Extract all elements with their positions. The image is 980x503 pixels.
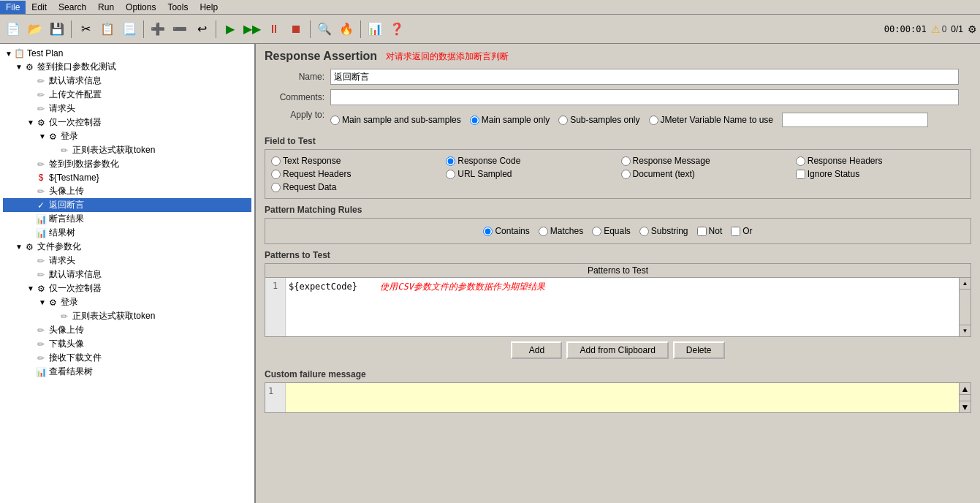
tree-node-avatar-upload2[interactable]: ✏ 头像上传: [3, 323, 251, 337]
save-button[interactable]: 💾: [47, 19, 67, 39]
radio-main-sub[interactable]: Main sample and sub-samples: [330, 115, 461, 125]
failure-scrollbar-up[interactable]: ▲: [960, 383, 970, 395]
open-button[interactable]: 📂: [25, 19, 45, 39]
field-document-input[interactable]: [621, 170, 631, 179]
menu-help[interactable]: Help: [194, 1, 224, 14]
comments-input[interactable]: [330, 89, 959, 105]
toggle-request-header[interactable]: [26, 105, 35, 113]
toggle-file-param[interactable]: ▼: [15, 243, 23, 251]
field-document[interactable]: Document (text): [621, 169, 790, 179]
tree-node-regex-token[interactable]: ✏ 正则表达式获取token: [3, 143, 251, 157]
run-button[interactable]: ▶: [220, 19, 240, 39]
toggle-result-tree[interactable]: [26, 229, 35, 237]
report-button[interactable]: 📊: [365, 19, 385, 39]
tree-node-test-plan[interactable]: ▼ 📋 Test Plan: [3, 47, 251, 60]
toggle-test-name[interactable]: [26, 174, 35, 182]
field-response-message[interactable]: Response Message: [621, 156, 790, 166]
tree-node-sign-api[interactable]: ▼ ⚙ 签到接口参数化测试: [3, 60, 251, 74]
field-text-response-input[interactable]: [271, 156, 281, 166]
toggle-return-assertion[interactable]: [26, 201, 35, 209]
search-btn[interactable]: 🔍: [314, 19, 335, 39]
delete-pattern-button[interactable]: Delete: [673, 341, 725, 359]
toggle-view-result[interactable]: [26, 368, 35, 376]
field-response-message-input[interactable]: [621, 156, 631, 166]
tree-node-login[interactable]: ▼ ⚙ 登录: [3, 129, 251, 143]
toggle-test-plan[interactable]: ▼: [4, 50, 13, 58]
add-button[interactable]: ➕: [148, 19, 168, 39]
radio-sub-only[interactable]: Sub-samples only: [558, 115, 639, 125]
menu-tools[interactable]: Tools: [162, 1, 194, 14]
toggle-avatar-upload2[interactable]: [26, 326, 35, 334]
tree-node-receive-file[interactable]: ✏ 接收下载文件: [3, 351, 251, 365]
menu-file[interactable]: File: [0, 1, 26, 14]
menu-search[interactable]: Search: [53, 1, 92, 14]
add-from-clipboard-button[interactable]: Add from Clipboard: [566, 341, 668, 359]
menu-options[interactable]: Options: [120, 1, 162, 14]
cut-button[interactable]: ✂: [75, 19, 96, 39]
tree-node-once-ctrl2[interactable]: ▼ ⚙ 仅一次控制器: [3, 281, 251, 295]
radio-jmeter-var[interactable]: JMeter Variable Name to use: [649, 115, 774, 125]
tree-node-avatar-upload[interactable]: ✏ 头像上传: [3, 184, 251, 198]
toggle-sign-api[interactable]: ▼: [15, 63, 23, 71]
toggle-sign-data[interactable]: [26, 160, 35, 168]
patterns-content[interactable]: ${expectCode} 使用CSV参数文件的参数数据作为期望结果: [286, 278, 959, 336]
toggle-receive-file[interactable]: [26, 354, 35, 362]
toggle-once-ctrl[interactable]: ▼: [26, 118, 35, 126]
undo-button[interactable]: ↩: [191, 19, 212, 39]
failure-content[interactable]: [286, 383, 959, 412]
jmeter-var-input[interactable]: [782, 113, 928, 127]
radio-main-sub-input[interactable]: [330, 116, 340, 125]
toggle-once-ctrl2[interactable]: ▼: [26, 284, 35, 292]
patterns-scrollbar[interactable]: ▲ ▼: [959, 278, 970, 336]
pattern-substring-input[interactable]: [639, 227, 649, 236]
toggle-download-avatar[interactable]: [26, 340, 35, 348]
pattern-equals[interactable]: Equals: [592, 226, 631, 236]
scrollbar-down[interactable]: ▼: [960, 325, 970, 336]
toggle-assertion-result[interactable]: [26, 215, 35, 223]
tree-node-sign-data[interactable]: ✏ 签到到数据参数化: [3, 157, 251, 171]
menu-edit[interactable]: Edit: [26, 1, 53, 14]
toggle-avatar-upload[interactable]: [26, 187, 35, 195]
name-input[interactable]: [330, 69, 959, 85]
pattern-not[interactable]: Not: [697, 226, 723, 236]
field-ignore-status[interactable]: Ignore Status: [796, 169, 965, 179]
pause-button[interactable]: ⏸: [264, 19, 284, 39]
tree-node-result-tree[interactable]: 📊 结果树: [3, 226, 251, 240]
pattern-not-input[interactable]: [697, 227, 707, 236]
settings-icon[interactable]: ⚙: [968, 23, 977, 35]
tree-node-download-avatar[interactable]: ✏ 下载头像: [3, 337, 251, 351]
pattern-or-input[interactable]: [731, 227, 740, 236]
field-request-data[interactable]: Request Data: [271, 182, 440, 192]
tree-node-once-ctrl[interactable]: ▼ ⚙ 仅一次控制器: [3, 116, 251, 129]
pattern-equals-input[interactable]: [592, 227, 601, 236]
pattern-or[interactable]: Or: [731, 226, 752, 236]
tree-node-file-param[interactable]: ▼ ⚙ 文件参数化: [3, 240, 251, 254]
tree-node-upload-config[interactable]: ✏ 上传文件配置: [3, 88, 251, 102]
toggle-login2[interactable]: ▼: [38, 298, 47, 306]
toggle-upload-config[interactable]: [26, 91, 35, 99]
field-request-data-input[interactable]: [271, 183, 281, 192]
tree-node-default-req[interactable]: ✏ 默认请求信息: [3, 74, 251, 88]
toggle-regex-token[interactable]: [50, 146, 58, 154]
tree-node-regex-token2[interactable]: ✏ 正则表达式获取token: [3, 309, 251, 323]
failure-scrollbar[interactable]: ▲ ▼: [959, 383, 970, 412]
field-response-code[interactable]: Response Code: [446, 156, 615, 166]
field-text-response[interactable]: Text Response: [271, 156, 440, 166]
failure-scrollbar-down[interactable]: ▼: [960, 401, 970, 412]
field-response-code-input[interactable]: [446, 156, 455, 166]
field-url-sampled[interactable]: URL Sampled: [446, 169, 615, 179]
radio-jmeter-var-input[interactable]: [649, 116, 658, 125]
radio-main-only[interactable]: Main sample only: [470, 115, 550, 125]
radio-main-only-input[interactable]: [470, 116, 479, 125]
pattern-substring[interactable]: Substring: [639, 226, 688, 236]
menu-run[interactable]: Run: [92, 1, 120, 14]
remove-button[interactable]: ➖: [170, 19, 190, 39]
stop-button[interactable]: ⏹: [286, 19, 306, 39]
tree-node-test-name[interactable]: $ ${TestName}: [3, 171, 251, 184]
tree-node-login2[interactable]: ▼ ⚙ 登录: [3, 295, 251, 309]
toggle-login[interactable]: ▼: [38, 132, 47, 140]
help-button[interactable]: ❓: [387, 19, 407, 39]
tree-node-return-assertion[interactable]: ✓ 返回断言: [3, 198, 251, 212]
field-ignore-status-input[interactable]: [796, 170, 805, 179]
tree-node-request-header[interactable]: ✏ 请求头: [3, 102, 251, 116]
